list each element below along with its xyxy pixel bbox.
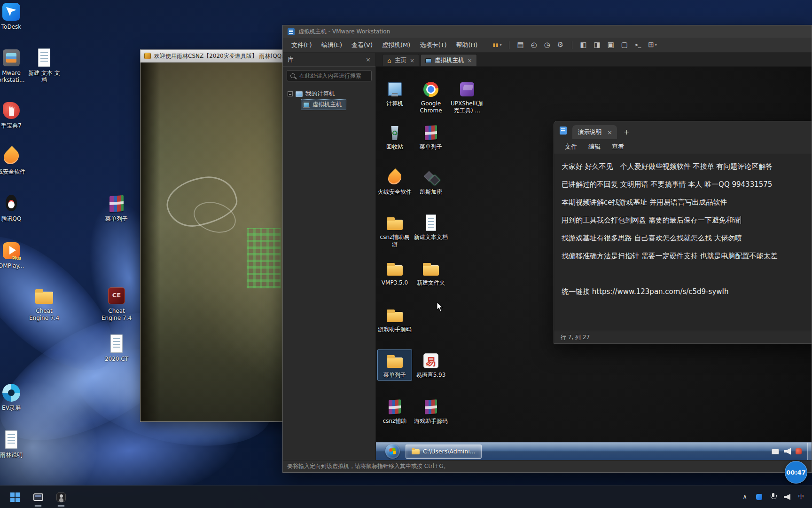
terminal-button[interactable]: >_ xyxy=(635,42,642,48)
guest-keyboard-tray-icon[interactable] xyxy=(772,449,779,454)
vm-tab[interactable]: 主页 × xyxy=(383,54,419,66)
desktop-icon[interactable]: 雨林说明 xyxy=(0,429,29,459)
toolbar-icon: ▣ xyxy=(608,41,614,48)
notepad-titlebar[interactable]: 演示说明 × + xyxy=(554,121,812,139)
guest-desktop-icon[interactable]: 新建文本文档 xyxy=(414,212,448,243)
library-search[interactable] xyxy=(287,70,372,81)
desktop-icon[interactable]: ToDesk xyxy=(0,1,29,31)
desktop-icon[interactable]: 菜单列子 xyxy=(99,193,134,222)
vmware-titlebar[interactable]: 虚拟机主机 - VMware Workstation xyxy=(283,25,812,38)
show-library-button[interactable]: ◧ xyxy=(580,41,587,48)
menu-item[interactable]: 编辑(E) xyxy=(317,39,347,52)
todesk-tray-icon[interactable] xyxy=(753,488,765,507)
guest-volume-icon[interactable] xyxy=(784,448,791,455)
desktop-icon[interactable]: 2020.CT xyxy=(99,333,134,363)
desktop-icon[interactable]: 腾讯QQ xyxy=(0,193,29,222)
console-view-button[interactable]: ▣ xyxy=(608,41,615,48)
unity-button[interactable]: ▢ xyxy=(621,41,629,48)
toolbar-icon: ⊞ xyxy=(648,41,654,48)
show-thumbnails-button[interactable]: ◨ xyxy=(593,41,601,48)
taskbar-app-window[interactable] xyxy=(28,487,48,508)
toolbar-icon: ◨ xyxy=(593,41,600,48)
guest-desktop-icon[interactable]: 回收站 xyxy=(377,121,412,152)
guest-desktop-icon[interactable]: 计算机 xyxy=(377,78,412,109)
new-tab-button[interactable]: + xyxy=(624,128,630,136)
search-icon xyxy=(290,73,295,78)
collapse-icon[interactable] xyxy=(288,91,293,96)
guest-desktop-icon[interactable]: 凯斯加密 xyxy=(414,167,448,198)
vm-screen[interactable]: 计算机 Google Chrome UPXShell(加壳工具) ... xyxy=(376,67,812,460)
tree-item-my-computer[interactable]: 我的计算机 xyxy=(286,88,373,99)
pause-button[interactable]: ▮▮ ▾ xyxy=(492,43,501,48)
fullscreen-button[interactable]: ⊞ ▾ xyxy=(648,41,657,48)
taskbar-app-game[interactable] xyxy=(51,487,71,508)
toolbar-icon: ▢ xyxy=(621,41,628,48)
tab-close-icon[interactable]: × xyxy=(410,57,414,64)
desktop-icon[interactable]: Cheat Engine 7.4 xyxy=(99,285,134,322)
guest-desktop-icon[interactable]: 游戏助手源码 xyxy=(414,396,448,427)
volume-tray-icon[interactable] xyxy=(781,488,793,507)
notepad-tab[interactable]: 演示说明 × xyxy=(572,125,617,139)
tray-glyph: 中 xyxy=(798,494,804,500)
guest-desktop-icon[interactable]: csnz辅助易游 xyxy=(377,212,412,250)
guest-desktop-icon[interactable]: VMP3.5.0 xyxy=(377,257,412,288)
guest-desktop-icon[interactable]: Google Chrome xyxy=(414,78,448,116)
notepad-menu-item[interactable]: 编辑 xyxy=(583,141,606,153)
guest-desktop-icon[interactable]: 游戏助手源码 xyxy=(377,304,412,335)
desktop-icon-image xyxy=(0,100,22,121)
tray-glyph: ∧ xyxy=(742,494,747,500)
tab-close-icon[interactable]: × xyxy=(467,57,472,64)
guest-desktop-icon[interactable]: 易语言5.93 xyxy=(414,349,448,381)
desktop-icon[interactable]: 绒安全软件 xyxy=(0,146,29,175)
vm-tab[interactable]: 虚拟机主机 × xyxy=(421,54,477,66)
guest-desktop-icon[interactable]: 菜单列子 xyxy=(414,121,448,152)
desktop-icon[interactable]: Cheat Engine 7.4 xyxy=(26,285,62,322)
guest-icon-image xyxy=(421,397,441,417)
manage-snapshots-button[interactable]: ⚙ xyxy=(557,41,564,48)
ime-indicator[interactable]: 中 xyxy=(795,488,807,507)
desktop-icon[interactable]: Mware orkstati... xyxy=(0,47,29,84)
menu-item[interactable]: 文件(F) xyxy=(287,39,317,52)
separator[interactable] xyxy=(572,41,572,49)
toolbar-icon: ⚙ xyxy=(557,41,563,48)
vmware-menus: 文件(F)编辑(E)查看(V)虚拟机(M)选项卡(T)帮助(H) xyxy=(287,39,482,52)
guest-desktop-icon[interactable]: 新建文件夹 xyxy=(414,257,448,288)
mic-tray-icon[interactable] xyxy=(767,488,779,507)
desktop-icon[interactable]: 手宝典7 xyxy=(0,100,29,129)
guest-desktop-icon[interactable]: csnz辅助 xyxy=(377,396,412,427)
game-window-icon xyxy=(144,53,151,59)
guest-icon-image xyxy=(385,79,405,99)
guest-desktop-icon[interactable]: UPXShell(加壳工具) ... xyxy=(450,78,484,116)
menu-item[interactable]: 帮助(H) xyxy=(452,39,483,52)
desktop-icon-label: 雨林说明 xyxy=(0,452,29,459)
guest-desktop-icon[interactable]: 火绒安全软件 xyxy=(377,167,412,198)
show-desktop-button[interactable] xyxy=(807,443,812,460)
notepad-menu-item[interactable]: 文件 xyxy=(560,141,582,153)
guest-tray-app-icon[interactable] xyxy=(796,448,802,454)
desktop-icon-image xyxy=(0,1,22,23)
revert-snapshot-button[interactable]: ◷ xyxy=(544,41,551,48)
menu-item[interactable]: 虚拟机(M) xyxy=(377,39,415,52)
desktop-icon-image xyxy=(0,193,22,214)
explorer-taskbar-button[interactable]: C:\Users\Admini... xyxy=(406,444,482,459)
take-snapshot-button[interactable]: ◴ xyxy=(531,41,538,48)
guest-desktop-icon[interactable]: 菜单列子 xyxy=(377,349,412,381)
recording-timer[interactable]: 00:47 xyxy=(785,461,807,484)
guest-start-button[interactable] xyxy=(385,444,400,459)
system-tray: ∧ 中 xyxy=(739,488,807,507)
start-button[interactable] xyxy=(5,487,25,508)
search-input[interactable] xyxy=(298,72,371,79)
desktop-icon[interactable]: EV录屏 xyxy=(0,382,29,412)
close-icon[interactable]: × xyxy=(366,56,371,63)
tree-item-vm-host[interactable]: 虚拟机主机 xyxy=(301,99,346,110)
desktop-icon[interactable]: 新建 文本 文档 xyxy=(26,47,62,84)
notepad-menu-item[interactable]: 查看 xyxy=(607,141,629,153)
tab-close-icon[interactable]: × xyxy=(607,129,612,136)
hidden-icons-button[interactable]: ∧ xyxy=(739,488,751,507)
notepad-text-area[interactable]: 大家好 好久不见 个人爱好做些视频软件 不接单 有问题评论区解答已讲解过的不回复… xyxy=(554,154,812,331)
desktop-icon[interactable]: Plus OMPlay... xyxy=(0,240,29,270)
menu-item[interactable]: 选项卡(T) xyxy=(415,39,451,52)
menu-item[interactable]: 查看(V) xyxy=(347,39,377,52)
send-keys-button[interactable]: ▤ xyxy=(517,41,524,48)
separator[interactable] xyxy=(509,41,509,49)
